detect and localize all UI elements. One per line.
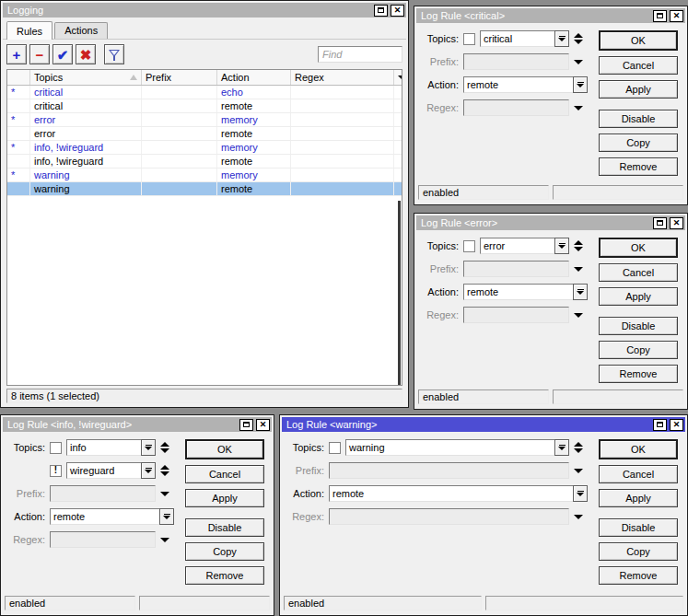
dropdown-arrow-icon[interactable]: [574, 267, 583, 272]
dialog-titlebar[interactable]: Log Rule <error>✕: [416, 215, 685, 230]
vertical-scrollbar[interactable]: [398, 201, 401, 386]
prefix-input[interactable]: [329, 462, 569, 479]
dropdown-arrow-icon[interactable]: [160, 492, 169, 496]
topics-add-remove-spinner[interactable]: [574, 442, 583, 453]
table-row[interactable]: criticalremote: [7, 99, 402, 113]
prefix-input[interactable]: [463, 261, 569, 277]
apply-button[interactable]: Apply: [185, 489, 264, 507]
ok-button[interactable]: OK: [599, 439, 678, 459]
close-button[interactable]: ✕: [256, 419, 270, 431]
table-row[interactable]: *errormemory: [7, 113, 402, 127]
column-flag[interactable]: [7, 70, 30, 85]
restore-button[interactable]: [653, 10, 667, 22]
apply-button[interactable]: Apply: [599, 80, 678, 99]
topics-add-remove-spinner[interactable]: [574, 240, 583, 251]
topics-add-remove-spinner[interactable]: [160, 442, 169, 453]
combo-dropdown-button[interactable]: [573, 76, 588, 93]
topic-combo-value[interactable]: warning: [345, 439, 554, 456]
combo-dropdown-button[interactable]: [554, 238, 569, 254]
tab-rules[interactable]: Rules: [6, 21, 52, 40]
combo-dropdown-button[interactable]: [573, 485, 588, 502]
tab-actions[interactable]: Actions: [54, 22, 108, 39]
dropdown-arrow-icon[interactable]: [574, 515, 583, 519]
logging-titlebar[interactable]: Logging ✕: [3, 3, 406, 17]
column-action[interactable]: Action: [217, 70, 291, 85]
copy-button[interactable]: Copy: [599, 341, 678, 359]
cancel-button[interactable]: Cancel: [599, 56, 678, 75]
topic-negate-checkbox[interactable]: [329, 442, 341, 454]
regex-input[interactable]: [329, 508, 569, 525]
topic-combo-value[interactable]: info: [66, 439, 141, 456]
table-row[interactable]: *warningmemory: [7, 169, 402, 182]
combo-dropdown-button[interactable]: [573, 284, 588, 300]
prefix-input[interactable]: [50, 485, 156, 502]
regex-input[interactable]: [50, 531, 156, 548]
action-combo-value[interactable]: remote: [463, 76, 573, 93]
copy-button[interactable]: Copy: [599, 134, 678, 152]
enable-button[interactable]: ✔: [52, 44, 73, 64]
dialog-titlebar[interactable]: Log Rule <info, !wireguard>✕: [3, 417, 272, 432]
topic-negate-checkbox[interactable]: [463, 33, 475, 45]
action-combo-value[interactable]: remote: [463, 284, 573, 300]
cancel-button[interactable]: Cancel: [599, 263, 678, 282]
action-combo-value[interactable]: remote: [50, 508, 159, 525]
dialog-titlebar[interactable]: Log Rule <critical>✕: [416, 8, 685, 23]
action-combo-value[interactable]: remote: [329, 485, 573, 502]
apply-button[interactable]: Apply: [599, 489, 678, 507]
table-row[interactable]: *criticalecho: [7, 86, 402, 99]
copy-button[interactable]: Copy: [185, 542, 264, 561]
remove-button[interactable]: Remove: [599, 365, 678, 383]
disable-button[interactable]: Disable: [185, 518, 264, 537]
combo-dropdown-button[interactable]: [554, 439, 569, 456]
dropdown-arrow-icon[interactable]: [574, 60, 583, 64]
combo-dropdown-button[interactable]: [159, 508, 174, 525]
add-button[interactable]: +: [6, 44, 27, 64]
combo-dropdown-button[interactable]: [141, 462, 156, 479]
topic-combo-value[interactable]: error: [480, 238, 554, 254]
ok-button[interactable]: OK: [185, 439, 264, 459]
topics-add-remove-spinner[interactable]: [574, 33, 583, 44]
topic-negate-checkbox[interactable]: [463, 240, 475, 252]
combo-dropdown-button[interactable]: [141, 439, 156, 456]
column-menu-button[interactable]: [394, 70, 402, 85]
find-input[interactable]: Find: [318, 46, 402, 63]
restore-button[interactable]: [374, 5, 388, 17]
topic-negate-checkbox[interactable]: !: [50, 465, 62, 477]
restore-button[interactable]: [653, 217, 667, 229]
ok-button[interactable]: OK: [599, 238, 678, 258]
dropdown-arrow-icon[interactable]: [574, 313, 583, 318]
remove-button[interactable]: Remove: [599, 157, 678, 176]
dropdown-arrow-icon[interactable]: [160, 538, 169, 542]
table-row[interactable]: *info, !wireguardmemory: [7, 141, 402, 155]
table-row[interactable]: info, !wireguardremote: [7, 155, 402, 169]
dropdown-arrow-icon[interactable]: [574, 106, 583, 110]
restore-button[interactable]: [653, 419, 667, 431]
cancel-button[interactable]: Cancel: [185, 465, 264, 483]
prefix-input[interactable]: [463, 53, 569, 70]
close-button[interactable]: ✕: [670, 217, 683, 229]
close-button[interactable]: ✕: [391, 5, 404, 17]
disable-button[interactable]: Disable: [599, 317, 678, 335]
topics-add-remove-spinner[interactable]: [160, 465, 169, 476]
combo-dropdown-button[interactable]: [554, 30, 569, 47]
topic-negate-checkbox[interactable]: [50, 442, 62, 454]
disable-button[interactable]: ✖: [76, 44, 96, 64]
disable-button[interactable]: Disable: [599, 110, 678, 128]
dialog-titlebar[interactable]: Log Rule <warning>✕: [282, 417, 685, 432]
table-row[interactable]: errorremote: [7, 127, 402, 141]
disable-button[interactable]: Disable: [599, 518, 678, 537]
restore-button[interactable]: [239, 419, 253, 431]
dropdown-arrow-icon[interactable]: [574, 469, 583, 473]
remove-button[interactable]: Remove: [599, 566, 678, 585]
column-prefix[interactable]: Prefix: [142, 70, 217, 85]
column-topics[interactable]: Topics: [30, 70, 142, 85]
ok-button[interactable]: OK: [599, 30, 678, 51]
cancel-button[interactable]: Cancel: [599, 465, 678, 483]
topic-combo-value[interactable]: wireguard: [66, 462, 141, 479]
filter-button[interactable]: [104, 44, 124, 64]
close-button[interactable]: ✕: [670, 419, 683, 431]
copy-button[interactable]: Copy: [599, 542, 678, 561]
table-row[interactable]: warningremote: [7, 182, 402, 196]
remove-button[interactable]: −: [29, 44, 50, 64]
topic-combo-value[interactable]: critical: [480, 30, 554, 47]
